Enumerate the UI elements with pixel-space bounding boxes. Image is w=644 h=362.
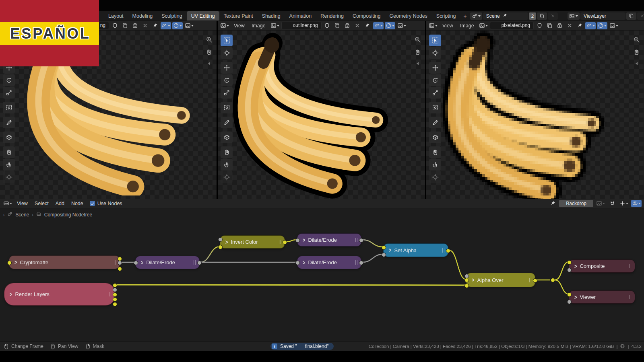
output-socket[interactable] (113, 297, 117, 302)
menu-view[interactable]: View (14, 201, 31, 206)
display-channels-dropdown[interactable] (609, 22, 619, 29)
output-socket[interactable] (118, 257, 122, 261)
pin-button[interactable] (363, 22, 372, 29)
tool-annotate[interactable] (3, 117, 15, 128)
menu-select[interactable]: Select (32, 201, 52, 206)
image-close-button[interactable] (565, 22, 574, 29)
output-socket[interactable] (113, 292, 117, 297)
output-socket[interactable] (283, 240, 287, 245)
use-nodes-checkbox[interactable]: Use Nodes (90, 201, 122, 206)
tool-more[interactable] (429, 171, 441, 183)
input-socket[interactable] (134, 261, 138, 265)
tool-cursor[interactable] (221, 47, 233, 59)
output-socket[interactable] (113, 302, 117, 306)
node-resize-grip[interactable] (279, 240, 281, 244)
tool-hand[interactable] (3, 146, 15, 158)
image-name-field[interactable]: ___outliner.png (281, 22, 322, 29)
node-resize-grip[interactable] (442, 248, 445, 253)
node-invert-color[interactable]: >Invert Color (220, 235, 285, 249)
snap-toggle[interactable] (585, 22, 596, 29)
node-collapse-chevron[interactable]: > (303, 237, 305, 243)
editor-type-button[interactable] (2, 200, 13, 207)
input-socket[interactable] (218, 237, 223, 242)
tab-geometry-nodes[interactable]: Geometry Nodes (385, 11, 431, 21)
viewlayer-datablock-button[interactable] (568, 12, 580, 20)
image-shield-button[interactable] (323, 22, 332, 29)
tool-tweak[interactable] (429, 35, 441, 46)
viewlayer-name-field[interactable]: ViewLayer (580, 12, 625, 20)
new-viewlayer-button[interactable] (626, 12, 636, 20)
node-resize-grip[interactable] (355, 238, 358, 242)
pan-gizmo[interactable] (206, 49, 213, 57)
node-collapse-chevron[interactable]: > (225, 239, 228, 245)
scene-users-count[interactable]: 2 (529, 12, 536, 20)
zoom-gizmo[interactable] (633, 36, 640, 45)
image-copy-button[interactable] (545, 22, 554, 29)
region-collapse-arrow[interactable] (208, 62, 210, 65)
overlays-toggle[interactable] (631, 200, 642, 207)
zoom-gizmo[interactable] (414, 36, 421, 45)
proportional-toggle[interactable] (597, 22, 607, 29)
image-copy-button[interactable] (120, 22, 129, 29)
tool-annotate[interactable] (221, 117, 233, 128)
node-cryptomatte[interactable]: >Cryptomatte (9, 255, 120, 269)
node-alpha-over[interactable]: >Alpha Over (466, 273, 535, 287)
checkbox-checked-icon[interactable] (90, 201, 95, 206)
snap-toggle[interactable] (373, 22, 384, 29)
node-collapse-chevron[interactable]: > (14, 259, 17, 265)
tool-swipe[interactable] (429, 159, 441, 171)
input-socket[interactable] (567, 268, 572, 272)
output-socket[interactable] (118, 261, 122, 265)
output-socket[interactable] (118, 267, 122, 271)
pin-icon-wrap[interactable] (502, 13, 508, 19)
pin-button[interactable] (151, 22, 159, 29)
tool-move[interactable] (429, 62, 441, 74)
node-collapse-chevron[interactable]: > (10, 291, 12, 297)
menu-view[interactable]: View (440, 23, 456, 29)
editor-type-button[interactable] (219, 22, 230, 29)
node-dilate-erode-2[interactable]: >Dilate/Erode (297, 233, 361, 247)
node-resize-grip[interactable] (109, 292, 111, 296)
editor-type-button[interactable] (428, 22, 438, 29)
image-close-button[interactable] (140, 22, 149, 29)
reroute-node[interactable] (551, 278, 555, 282)
tab-sculpting[interactable]: Sculpting (157, 11, 186, 21)
menu-view[interactable]: View (231, 23, 248, 29)
pan-gizmo[interactable] (414, 49, 421, 57)
input-socket[interactable] (295, 238, 300, 243)
output-socket[interactable] (359, 238, 363, 243)
tool-swipe[interactable] (221, 159, 233, 171)
tab-layout[interactable]: Layout (104, 11, 128, 21)
image-copy-button[interactable] (333, 22, 342, 29)
tool-rotate[interactable] (221, 74, 233, 86)
node-render-layers[interactable]: >Render Layers (4, 283, 115, 306)
node-dilate-erode-1[interactable]: >Dilate/Erode (135, 256, 200, 269)
image-close-button[interactable] (353, 22, 362, 29)
tool-rotate[interactable] (429, 74, 441, 86)
input-socket[interactable] (567, 260, 572, 265)
image-datablock-button[interactable] (478, 22, 489, 29)
node-collapse-chevron[interactable]: > (389, 247, 391, 253)
node-resize-grip[interactable] (629, 264, 632, 268)
node-resize-grip[interactable] (629, 295, 632, 299)
node-set-alpha[interactable]: >Set Alpha (383, 243, 448, 257)
menu-image[interactable]: Image (457, 23, 477, 29)
input-socket[interactable] (567, 300, 572, 304)
snap-toggle[interactable] (161, 22, 171, 29)
input-socket[interactable] (218, 245, 223, 249)
menu-add[interactable]: Add (53, 201, 67, 206)
tool-hand[interactable] (429, 146, 441, 158)
tool-boxtool[interactable] (429, 132, 441, 143)
tool-scale[interactable] (3, 87, 15, 99)
image-pack-button[interactable] (343, 22, 352, 29)
input-socket[interactable] (382, 253, 386, 257)
node-composite[interactable]: >Composite (569, 259, 635, 273)
input-socket[interactable] (464, 278, 469, 282)
tool-more[interactable] (221, 171, 233, 183)
output-socket[interactable] (113, 288, 117, 292)
tool-boxtool[interactable] (221, 132, 233, 143)
pin-button[interactable] (548, 200, 557, 207)
output-socket[interactable] (113, 283, 117, 288)
image-name-field[interactable]: ___pixelated.png (490, 22, 534, 29)
tool-transform[interactable] (429, 102, 441, 113)
